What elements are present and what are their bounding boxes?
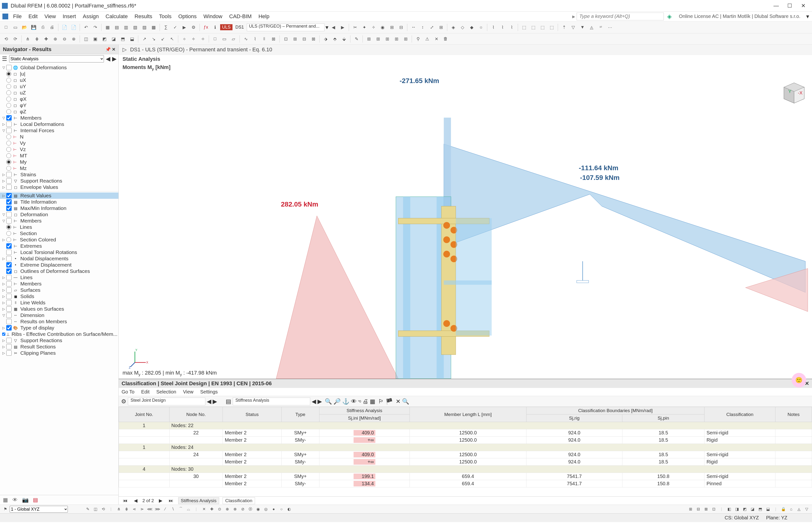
bt-r14-icon[interactable]: ▽ bbox=[803, 506, 810, 512]
redo-icon[interactable]: ↷ bbox=[91, 23, 99, 32]
t2b-icon[interactable]: ⟳ bbox=[11, 35, 19, 43]
node-vz[interactable]: ⊢Vz bbox=[0, 146, 119, 152]
view2-icon[interactable]: ▤ bbox=[113, 23, 121, 32]
fx-icon[interactable]: ƒx bbox=[202, 23, 210, 32]
cb-vs[interactable] bbox=[6, 306, 12, 312]
cm-goto[interactable]: Go To bbox=[122, 389, 134, 395]
r-n[interactable] bbox=[6, 134, 11, 139]
menu-file[interactable]: File bbox=[10, 12, 25, 21]
bt-q-icon[interactable]: ⊕ bbox=[224, 506, 231, 512]
r-vz[interactable] bbox=[6, 147, 11, 152]
bt-y-icon[interactable]: ◐ bbox=[286, 506, 292, 512]
ct-next-icon[interactable]: ▶ bbox=[213, 398, 217, 405]
t2f-icon[interactable]: ⊕ bbox=[51, 35, 59, 43]
scale-icon[interactable]: ⤢ bbox=[428, 23, 436, 32]
node-members[interactable]: ▽⊢Members bbox=[0, 115, 119, 121]
menu-options[interactable]: Options bbox=[175, 12, 200, 21]
bt-g-icon[interactable]: ⋗ bbox=[139, 506, 145, 512]
navtab-data-icon[interactable]: ▦ bbox=[3, 497, 8, 503]
run-icon[interactable]: ▶ bbox=[180, 23, 188, 32]
bt-combo[interactable]: 1 - Global XYZ bbox=[10, 506, 68, 512]
node-linewelds[interactable]: ▷⫴Line Welds bbox=[0, 300, 119, 306]
tool-a-icon[interactable]: ✂ bbox=[351, 23, 359, 32]
view5-icon[interactable]: ▨ bbox=[140, 23, 148, 32]
t2s-icon[interactable]: ⟐ bbox=[180, 35, 188, 43]
filter-next-icon[interactable]: ▶ bbox=[112, 55, 116, 62]
t2p-icon[interactable]: ↘ bbox=[149, 35, 158, 43]
undo-icon[interactable]: ↶ bbox=[82, 23, 90, 32]
classification-table[interactable]: Joint No. Node No. Status Type Stiffness… bbox=[119, 407, 812, 497]
tool-d-icon[interactable]: ◉ bbox=[379, 23, 387, 32]
t2u-icon[interactable]: ⟢ bbox=[199, 35, 207, 43]
bt-s-icon[interactable]: ⊘ bbox=[239, 506, 246, 512]
m3-icon[interactable]: ⬚ bbox=[538, 23, 546, 32]
t2af-icon[interactable]: ⊠ bbox=[309, 35, 318, 43]
bt-m-icon[interactable]: ⌓ bbox=[185, 506, 192, 512]
node-mz[interactable]: ⊢Mz bbox=[0, 165, 119, 172]
bt-o-icon[interactable]: ✚ bbox=[208, 506, 215, 512]
cb-ed[interactable] bbox=[6, 262, 12, 268]
bt-w-icon[interactable]: ● bbox=[270, 506, 277, 512]
pg-first-icon[interactable]: ⏮ bbox=[122, 498, 129, 503]
pg-tab2[interactable]: Classification bbox=[222, 497, 255, 504]
cb-td[interactable] bbox=[6, 325, 12, 330]
ct-b-icon[interactable]: 🔎 bbox=[333, 398, 341, 405]
node-deformation[interactable]: ▽◻Deformation bbox=[0, 211, 119, 218]
cb-dex[interactable] bbox=[6, 244, 12, 249]
sup2-icon[interactable]: ▼ bbox=[578, 23, 587, 32]
table-row[interactable]: Member 2SMy-134.4659.47541.7150.8Pinned bbox=[119, 480, 812, 487]
cb-ti[interactable] bbox=[6, 199, 12, 204]
cm-sel[interactable]: Selection bbox=[156, 389, 176, 395]
t2v-icon[interactable]: □ bbox=[211, 35, 219, 43]
combo-chevron-icon[interactable]: ▾ bbox=[325, 24, 328, 31]
node-def-ltr[interactable]: ⊢Local Torsional Rotations bbox=[0, 249, 119, 255]
r-mz[interactable] bbox=[6, 166, 11, 171]
t2g-icon[interactable]: ⊖ bbox=[60, 35, 69, 43]
uls-badge[interactable]: ULS bbox=[220, 24, 233, 30]
check-icon[interactable]: ✓ bbox=[171, 23, 179, 32]
node-outlines[interactable]: ◻Outlines of Deformed Surfaces bbox=[0, 268, 119, 274]
menu-edit[interactable]: Edit bbox=[25, 12, 41, 21]
pg-next-icon[interactable]: ▶ bbox=[158, 498, 164, 503]
ct-j-icon[interactable]: ✕ bbox=[396, 398, 400, 405]
saveas-icon[interactable]: ⎙ bbox=[39, 23, 47, 32]
t2z-icon[interactable]: ⌇ bbox=[251, 35, 259, 43]
light-icon[interactable]: ☼ bbox=[477, 23, 485, 32]
t2x-icon[interactable]: ▱ bbox=[229, 35, 238, 43]
combo-loadcase[interactable]: ULS (STR/GEO) – Permanent and... bbox=[247, 23, 325, 31]
cb-so[interactable] bbox=[6, 294, 12, 299]
help-avatar[interactable]: 🙂 bbox=[792, 373, 806, 387]
bt-r8-icon[interactable]: ◪ bbox=[749, 506, 756, 512]
node-my[interactable]: ⊢My bbox=[0, 159, 119, 165]
def1-icon[interactable]: ⌇ bbox=[489, 23, 498, 32]
node-resmem[interactable]: ↔Results on Members bbox=[0, 319, 119, 325]
bt-r12-icon[interactable]: ⌂ bbox=[788, 506, 795, 512]
bt-d-icon[interactable]: ⋔ bbox=[115, 506, 122, 512]
cb-nd[interactable] bbox=[6, 256, 12, 261]
grid-icon[interactable]: ⊞ bbox=[437, 23, 445, 32]
cb-cp[interactable] bbox=[6, 350, 12, 356]
opt-icon[interactable]: ⚙ bbox=[190, 23, 198, 32]
cb-ldef[interactable] bbox=[6, 122, 12, 127]
bt-h-icon[interactable]: ⋘ bbox=[146, 506, 153, 512]
table-row[interactable]: 22Member 2SMy+409.012500.0924.018.5Semi-… bbox=[119, 429, 812, 436]
navtab-cam-icon[interactable]: 📷 bbox=[22, 497, 29, 503]
shade-icon[interactable]: ◆ bbox=[468, 23, 476, 32]
bt-b-icon[interactable]: ◫ bbox=[92, 506, 99, 512]
t2ah-icon[interactable]: ⬘ bbox=[331, 35, 339, 43]
ct-a-icon[interactable]: 🔍 bbox=[325, 398, 332, 405]
cb-ltr[interactable] bbox=[6, 250, 12, 255]
bt-r2-icon[interactable]: ⊟ bbox=[695, 506, 702, 512]
ct-d-icon[interactable]: 👁 bbox=[351, 398, 357, 405]
node-phiz[interactable]: ◻φZ bbox=[0, 108, 119, 115]
maximize-button[interactable]: ☐ bbox=[783, 1, 796, 10]
cb-str[interactable] bbox=[6, 172, 12, 177]
view-cube[interactable]: Y-X bbox=[778, 77, 807, 106]
cb-mm[interactable] bbox=[6, 205, 12, 211]
doc2-icon[interactable]: 📄 bbox=[70, 23, 78, 32]
pin-icon[interactable]: 📌 ✕ bbox=[105, 47, 115, 52]
node-typedisp[interactable]: ▷🎨Type of display bbox=[0, 325, 119, 331]
node-def-lines[interactable]: ⊢Lines bbox=[0, 224, 119, 230]
ct-g-icon[interactable]: ▦ bbox=[370, 398, 375, 405]
tool-b-icon[interactable]: ✦ bbox=[360, 23, 368, 32]
